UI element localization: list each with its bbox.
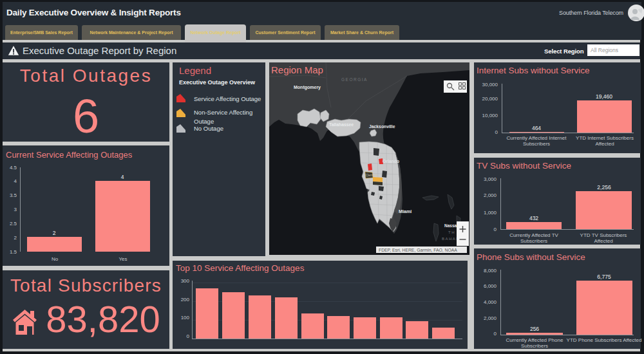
svg-text:Clermont: Clermont bbox=[366, 174, 378, 177]
svg-text:FDEP, Esri, HERE, Garmin, FAO,: FDEP, Esri, HERE, Garmin, FAO, NOAA bbox=[379, 248, 457, 252]
svg-text:Tallahassee: Tallahassee bbox=[329, 122, 354, 127]
svg-text:Montgomery: Montgomery bbox=[294, 85, 321, 90]
svg-text:Region Map: Region Map bbox=[271, 64, 323, 75]
svg-text:Jacksonville: Jacksonville bbox=[369, 124, 395, 129]
svg-text:GEORGIA: GEORGIA bbox=[341, 77, 368, 82]
svg-text:TH: TH bbox=[448, 230, 455, 234]
svg-text:Orlando: Orlando bbox=[383, 159, 399, 163]
svg-text:Miami: Miami bbox=[399, 209, 412, 214]
